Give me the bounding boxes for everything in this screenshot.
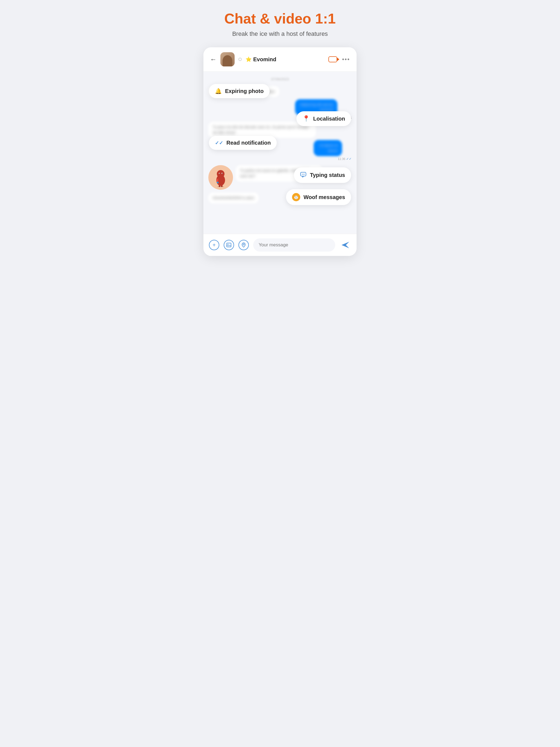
- back-button[interactable]: ←: [210, 55, 217, 63]
- svg-point-18: [243, 244, 245, 245]
- message-bubble-received-3: Tu parles moi aussi en galerife, mais tu…: [236, 165, 323, 181]
- location-input-icon: [241, 242, 246, 248]
- svg-point-8: [218, 186, 224, 187]
- message-row-1: Lorem ipsum dolor sit amet consectetur: [208, 86, 352, 97]
- message-input[interactable]: [253, 238, 335, 252]
- more-options-button[interactable]: •••: [342, 56, 350, 63]
- chat-date: 07/06/2023: [208, 77, 352, 81]
- chat-header: ← ⭐ Evomind •••: [203, 47, 357, 72]
- message-row-3: Tu peux me dire de discuter avec toi. Je…: [208, 122, 352, 138]
- send-icon: [340, 240, 350, 250]
- svg-point-5: [222, 173, 223, 174]
- character-svg: [211, 168, 230, 187]
- chat-container: ← ⭐ Evomind ••• 07/06/2023: [203, 47, 357, 256]
- user-avatar: [221, 52, 235, 67]
- add-button[interactable]: +: [209, 240, 219, 250]
- chat-input-bar: +: [203, 234, 357, 256]
- page-subtitle: Break the ice with a host of features: [232, 30, 328, 37]
- message-bubble-sent-1: Adipiscing elit sed do eiusmod: [295, 99, 337, 115]
- message-bubble-received-4: HmmHmHhHHHH tu alors: [208, 192, 259, 203]
- image-icon: [226, 242, 232, 248]
- plus-icon: +: [212, 242, 216, 248]
- chat-body: 07/06/2023 Lorem ipsum dolor sit amet co…: [203, 72, 357, 234]
- page-wrapper: Chat & video 1:1 Break the ice with a ho…: [198, 0, 362, 261]
- read-tick-icon: ✓✓: [346, 157, 352, 161]
- chat-messages: Lorem ipsum dolor sit amet consectetur A…: [208, 86, 352, 228]
- online-indicator: [238, 58, 242, 61]
- message-bubble-received-1: Lorem ipsum dolor sit amet consectetur: [208, 86, 279, 97]
- sticker-row: Tu parles moi aussi en galerife, mais tu…: [208, 165, 352, 190]
- header-actions: •••: [328, 56, 350, 63]
- user-name-row: ⭐ Evomind: [246, 56, 325, 62]
- message-row-2: Adipiscing elit sed do eiusmod 11:35: [208, 99, 352, 120]
- svg-point-4: [219, 173, 220, 174]
- page-title: Chat & video 1:1: [224, 11, 335, 27]
- message-row-4: Ut labore et dolore 11:36 ✓✓: [208, 140, 352, 161]
- message-row-6: HmmHmHhHHHH tu alors: [208, 192, 352, 203]
- user-name: Evomind: [253, 56, 276, 62]
- message-bubble-sent-2: Ut labore et dolore: [314, 140, 342, 156]
- star-icon: ⭐: [246, 56, 252, 62]
- avatar-image: [221, 52, 235, 67]
- image-button[interactable]: [224, 240, 234, 250]
- svg-rect-16: [227, 243, 231, 247]
- video-call-button[interactable]: [328, 56, 337, 62]
- message-bubble-received-2: Tu peux me dire de discuter avec toi. Je…: [208, 122, 316, 138]
- svg-point-1: [217, 170, 225, 178]
- location-button[interactable]: [238, 240, 249, 250]
- sticker-avatar: [208, 165, 233, 190]
- send-button[interactable]: [339, 239, 351, 251]
